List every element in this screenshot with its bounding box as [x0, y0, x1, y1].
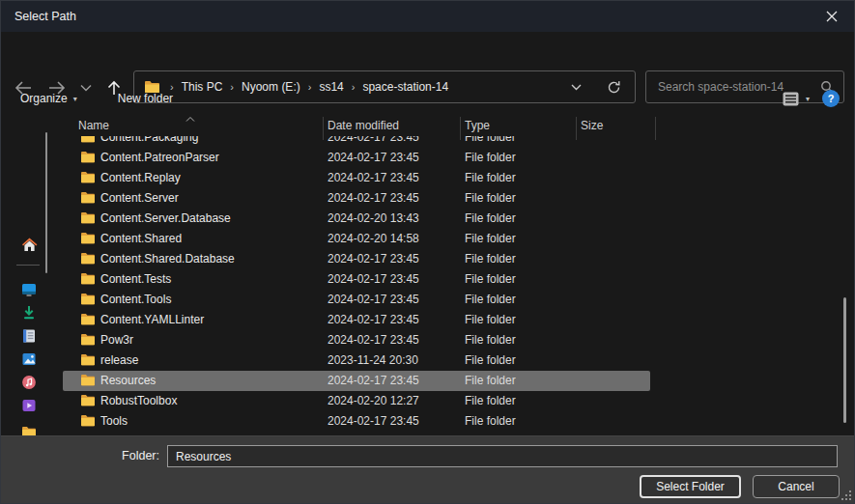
file-name: Content.YAMLLinter [100, 313, 204, 326]
file-row[interactable]: RobustToolbox2024-02-20 12:27File folder [59, 391, 854, 411]
chevron-down-icon: ▾ [73, 95, 77, 103]
new-folder-button[interactable]: New folder [118, 92, 173, 105]
close-button[interactable] [810, 1, 854, 32]
command-toolbar: Organize ▾ New folder ▾ ? [1, 82, 854, 115]
sidebar-item-music[interactable] [20, 374, 38, 391]
column-header-size[interactable]: Size [581, 119, 603, 132]
file-row[interactable]: Content.YAMLLinter2024-02-17 23:45File f… [59, 310, 854, 330]
sidebar-item-downloads[interactable] [20, 304, 38, 322]
sidebar-divider [16, 265, 40, 266]
file-name: release [100, 353, 138, 367]
file-type: File folder [465, 394, 516, 407]
file-row[interactable]: release2023-11-24 20:30File folder [59, 350, 854, 371]
file-name: Resources [100, 374, 156, 387]
navigation-pane [1, 115, 59, 435]
file-row[interactable]: Content.Replay2024-02-17 23:45File folde… [59, 168, 854, 188]
sidebar-item-documents[interactable] [20, 327, 38, 345]
file-row[interactable]: Content.Shared2024-02-20 14:58File folde… [59, 229, 854, 249]
select-path-dialog: Select Path › This PC › Nyoom (E:) › ss1 [0, 0, 855, 504]
dialog-footer: Folder: Select Folder Cancel [1, 435, 854, 503]
file-type: File folder [465, 333, 516, 347]
file-date-modified: 2024-02-17 23:45 [328, 171, 419, 184]
file-date-modified: 2024-02-17 23:45 [328, 414, 419, 428]
help-icon: ? [828, 93, 835, 104]
downloads-icon [21, 305, 37, 321]
cancel-label: Cancel [778, 480, 813, 493]
toolbar-right: ▾ ? [783, 82, 854, 115]
file-row[interactable]: Pow3r2024-02-17 23:45File folder [59, 330, 854, 350]
folder-label: Folder: [1, 449, 159, 462]
sidebar-scrollbar[interactable] [45, 132, 47, 273]
folder-icon [80, 414, 96, 427]
file-row[interactable]: Content.Tests2024-02-17 23:45File folder [59, 269, 854, 290]
organize-button[interactable]: Organize ▾ [20, 92, 77, 105]
cancel-button[interactable]: Cancel [753, 475, 840, 498]
organize-label: Organize [20, 92, 68, 105]
file-name: Pow3r [100, 333, 133, 347]
folder-icon [80, 394, 96, 406]
sidebar-item-desktop[interactable] [20, 281, 38, 298]
column-header-date-modified[interactable]: Date modified [328, 119, 399, 132]
music-icon [21, 375, 37, 390]
file-type: File folder [465, 252, 516, 266]
sidebar-item-home[interactable] [20, 236, 38, 253]
folder-icon [80, 191, 96, 204]
change-view-button[interactable]: ▾ [783, 92, 810, 106]
select-folder-button[interactable]: Select Folder [640, 475, 741, 498]
file-type: File folder [465, 211, 516, 225]
file-type: File folder [465, 414, 516, 428]
column-divider[interactable] [576, 117, 577, 140]
file-row[interactable]: Resources2024-02-17 23:45File folder [59, 371, 854, 391]
folder-icon [80, 353, 96, 366]
file-type: File folder [465, 151, 516, 164]
file-type: File folder [465, 353, 516, 367]
home-icon [21, 238, 38, 252]
file-date-modified: 2024-02-20 12:27 [328, 394, 419, 407]
folder-icon [80, 211, 96, 224]
file-name: Content.Tools [100, 293, 171, 306]
file-date-modified: 2024-02-17 23:45 [328, 374, 419, 387]
file-date-modified: 2024-02-17 23:45 [328, 333, 419, 347]
sidebar-item-videos[interactable] [20, 397, 38, 414]
file-name: Content.Server.Database [100, 211, 231, 225]
file-row[interactable]: Tools2024-02-17 23:45File folder [59, 411, 854, 432]
column-divider[interactable] [460, 117, 461, 140]
column-divider[interactable] [323, 117, 324, 140]
chevron-down-icon: ▾ [806, 95, 810, 103]
resize-grip[interactable] [842, 491, 851, 500]
pictures-icon [21, 351, 37, 367]
folder-name-input[interactable] [167, 445, 838, 467]
file-type: File folder [465, 171, 516, 184]
column-header-name[interactable]: Name [78, 119, 109, 132]
file-date-modified: 2024-02-20 14:58 [328, 232, 419, 245]
sort-ascending-icon [185, 115, 195, 125]
details-view-icon [783, 92, 799, 106]
file-row[interactable]: Content.Server2024-02-17 23:45File folde… [59, 188, 854, 209]
column-header-type[interactable]: Type [465, 119, 490, 132]
file-type: File folder [465, 232, 516, 245]
file-name: Content.Shared [100, 232, 182, 245]
folder-icon [80, 252, 96, 265]
file-row[interactable]: Content.Tools2024-02-17 23:45File folder [59, 290, 854, 310]
documents-icon [21, 328, 37, 344]
select-folder-label: Select Folder [656, 480, 725, 493]
folder-icon [80, 171, 96, 183]
sidebar-item-pictures[interactable] [20, 350, 38, 368]
file-row[interactable]: Content.Shared.Database2024-02-17 23:45F… [59, 249, 854, 269]
desktop-icon [21, 282, 37, 297]
folder-icon [80, 272, 96, 285]
help-button[interactable]: ? [822, 90, 840, 107]
videos-icon [21, 398, 37, 413]
column-divider[interactable] [655, 117, 656, 140]
file-name: Content.Tests [100, 272, 171, 286]
new-folder-label: New folder [118, 92, 173, 105]
file-row[interactable]: Content.PatreonParser2024-02-17 23:45Fil… [59, 148, 854, 168]
close-icon [826, 11, 838, 22]
file-name: Content.Replay [100, 171, 181, 184]
folder-icon [80, 293, 96, 305]
file-date-modified: 2024-02-17 23:45 [328, 252, 419, 266]
folder-icon [80, 313, 96, 325]
file-row[interactable]: Content.Server.Database2024-02-20 13:43F… [59, 209, 854, 229]
file-list: Content.Packaging2024-02-17 23:45File fo… [59, 115, 854, 435]
file-name: RobustToolbox [100, 394, 177, 407]
